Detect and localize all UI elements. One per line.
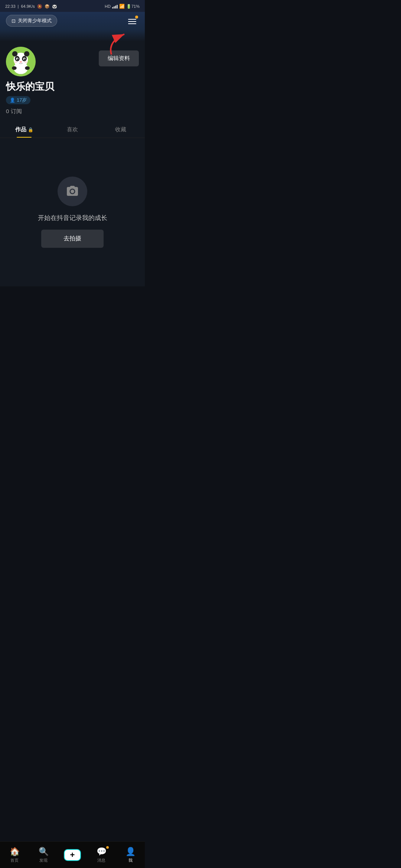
person-icon: 👤 (10, 98, 15, 103)
hamburger-icon (128, 19, 136, 24)
shoot-button[interactable]: 去拍摄 (41, 230, 104, 248)
time: 22:33 (5, 4, 16, 9)
tab-favorites-label: 收藏 (115, 126, 126, 133)
tab-likes[interactable]: 喜欢 (48, 121, 97, 138)
camera-icon (66, 185, 79, 198)
age-badge: 👤 17岁 (6, 96, 30, 104)
tab-likes-label: 喜欢 (67, 126, 78, 133)
tab-works-label: 作品 (15, 126, 26, 133)
svg-point-5 (24, 51, 29, 56)
status-right: HD 📶 🔋71% (105, 4, 140, 9)
svg-point-17 (12, 66, 17, 70)
tab-favorites[interactable]: 收藏 (97, 121, 145, 138)
menu-notification-dot (135, 16, 138, 19)
age-label: 17岁 (17, 97, 27, 103)
shoot-label: 去拍摄 (63, 235, 81, 241)
svg-point-15 (14, 61, 17, 63)
camera-circle (58, 177, 87, 206)
svg-point-12 (17, 58, 18, 59)
youth-mode-icon: ⊡ (12, 18, 16, 24)
svg-point-4 (12, 51, 17, 56)
wifi-icon: 📶 (119, 4, 125, 9)
menu-button[interactable] (125, 15, 139, 28)
username: 快乐的宝贝 (6, 80, 139, 93)
signal-icon (112, 4, 118, 9)
svg-point-13 (25, 58, 25, 59)
subscribers-count: 0 订阅 (6, 108, 139, 115)
youth-mode-label: 关闭青少年模式 (18, 17, 52, 24)
svg-point-18 (25, 66, 30, 70)
header-banner: ⊡ 关闭青少年模式 (0, 12, 145, 42)
status-bar: 22:33 | 64.9K/s 🔕 📦 🐼 HD 📶 🔋71% (0, 0, 145, 12)
app-icon: 🐼 (52, 4, 57, 9)
empty-state-text: 开始在抖音记录我的成长 (38, 214, 107, 222)
edit-profile-button[interactable]: 编辑资料 (99, 50, 139, 66)
svg-point-14 (20, 61, 22, 63)
hd-badge: HD (105, 4, 111, 9)
lock-icon: 🔒 (28, 127, 33, 132)
svg-point-16 (25, 61, 27, 63)
edit-profile-label: 编辑资料 (108, 55, 130, 61)
tab-works[interactable]: 作品 🔒 (0, 121, 48, 138)
profile-section: 编辑资料 快乐的宝贝 👤 17岁 0 订阅 作品 🔒 喜欢 收藏 (0, 41, 145, 138)
content-area: 开始在抖音记录我的成长 去拍摄 (0, 138, 145, 286)
status-left: 22:33 | 64.9K/s 🔕 📦 🐼 (5, 4, 57, 9)
avatar (6, 47, 36, 76)
notification-icon: 📦 (45, 4, 50, 9)
network-speed: | (18, 4, 19, 9)
battery-icon: 🔋71% (126, 4, 140, 9)
youth-mode-button[interactable]: ⊡ 关闭青少年模式 (6, 15, 57, 27)
mute-icon: 🔕 (37, 4, 42, 9)
network-speed-value: 64.9K/s (21, 4, 35, 9)
tabs-container: 作品 🔒 喜欢 收藏 (0, 121, 145, 138)
profile-top: 编辑资料 (6, 47, 139, 76)
